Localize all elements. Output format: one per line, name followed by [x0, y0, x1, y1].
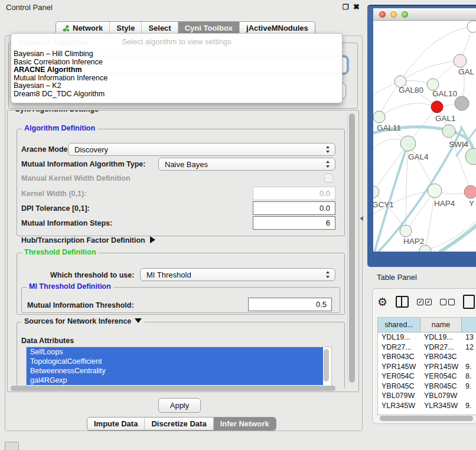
- network-node-hap4[interactable]: [428, 184, 442, 198]
- algorithm-dropdown-prompt: Select algorithm to view settings: [11, 34, 342, 50]
- node-label: GAL4: [408, 152, 429, 161]
- algorithm-option[interactable]: ARACNE Algorithm: [11, 66, 342, 74]
- table-cell: 12: [462, 343, 476, 351]
- sources-group-toggle[interactable]: Sources for Network Inference: [22, 317, 144, 325]
- table-cell: 9.: [462, 363, 476, 371]
- attributes-scrollbar-thumb[interactable]: [324, 349, 329, 381]
- which-threshold-combo[interactable]: MI Threshold: [140, 268, 335, 281]
- tab-cyni-toolbox[interactable]: Cyni Toolbox: [178, 22, 239, 34]
- close-traffic-light-icon[interactable]: [379, 11, 386, 18]
- network-node-gal11[interactable]: [373, 111, 385, 123]
- aracne-mode-label: Aracne Mode:: [21, 145, 70, 154]
- dpi-tolerance-label: DPI Tolerance [0,1]:: [21, 204, 90, 213]
- table-cell: 9.: [462, 382, 476, 390]
- tab-infer-network[interactable]: Infer Network: [213, 418, 276, 430]
- column-header-partial[interactable]: [462, 318, 476, 332]
- table-row[interactable]: YDL19...YDL19...13: [378, 332, 476, 343]
- node-label: SWI4: [449, 140, 468, 149]
- network-node-gcy1[interactable]: [373, 186, 379, 198]
- mi-type-combo[interactable]: Naive Bayes: [158, 158, 335, 171]
- network-node-gal4[interactable]: [400, 136, 416, 151]
- attribute-item[interactable]: SelfLoops: [27, 347, 323, 357]
- table-cell: 8.: [462, 372, 476, 380]
- manual-kernel-label: Manual Kernel Width Definition: [21, 174, 131, 182]
- attribute-item[interactable]: TopologicalCoefficient: [27, 357, 323, 366]
- hub-section-label: Hub/Transcription Factor Definition: [21, 236, 145, 244]
- attribute-item[interactable]: gal4RGexp: [27, 376, 323, 385]
- column-header-name[interactable]: name: [420, 318, 462, 332]
- table-cell: YDR27...: [420, 343, 462, 351]
- table-horizontal-scrollbar[interactable]: [380, 416, 473, 421]
- collapsed-arrow-icon: [150, 236, 155, 243]
- column-header-shared-name[interactable]: shared...: [378, 318, 420, 332]
- float-window-icon[interactable]: ❐: [343, 3, 349, 11]
- attribute-item[interactable]: BetweennessCentrality: [27, 366, 323, 376]
- node-label: HAP2: [403, 237, 424, 246]
- select-all-icon[interactable]: ✓✓: [417, 299, 432, 305]
- split-pane-collapse-arrow[interactable]: [360, 216, 363, 221]
- minimize-traffic-light-icon[interactable]: [390, 11, 397, 18]
- table-cell: YPR145W: [420, 363, 462, 371]
- manual-kernel-checkbox[interactable]: [324, 174, 333, 182]
- network-node[interactable]: [419, 245, 431, 252]
- dpi-tolerance-field[interactable]: 0.0: [253, 201, 335, 215]
- table-row[interactable]: YBR043CYBR043C: [378, 352, 476, 362]
- kernel-width-field[interactable]: 0.0: [253, 187, 335, 200]
- aracne-mode-combo[interactable]: Discovery: [68, 143, 335, 156]
- table-row[interactable]: YER054CYER054C8.: [378, 371, 476, 381]
- table-row[interactable]: YDR27...YDR27...12: [378, 343, 476, 353]
- tab-style[interactable]: Style: [109, 22, 141, 34]
- table-cell: YBL079W: [378, 392, 420, 400]
- network-node[interactable]: [467, 21, 476, 32]
- algorithm-option[interactable]: Bayesian – K2: [11, 82, 342, 90]
- table-cell: 13: [462, 333, 476, 341]
- control-panel-titlebar: Control Panel ❐ ✖: [0, 0, 366, 15]
- node-label: GAL80: [399, 86, 423, 94]
- function-builder-icon[interactable]: [463, 295, 475, 309]
- table-cell: YER054C: [378, 372, 420, 380]
- network-graph[interactable]: GALGAL80GAL10GAL1GAL11SWI4GAL4HAP4YGCY1H…: [373, 21, 476, 252]
- split-columns-icon[interactable]: [396, 296, 409, 308]
- hub-section-toggle[interactable]: Hub/Transcription Factor Definition: [21, 236, 155, 244]
- tab-network[interactable]: Network: [56, 22, 109, 34]
- settings-vertical-scrollbar[interactable]: [347, 112, 356, 384]
- algorithm-option[interactable]: Bayesian – Hill Climbing: [11, 50, 342, 58]
- close-icon[interactable]: ✖: [353, 2, 360, 11]
- table-row[interactable]: YPR145WYPR145W9.: [378, 362, 476, 372]
- network-node-hap2[interactable]: [400, 225, 412, 237]
- tab-discretize-data[interactable]: Discretize Data: [144, 418, 213, 430]
- tab-select[interactable]: Select: [141, 22, 177, 34]
- table-row[interactable]: YBR045CYBR045C9.: [378, 381, 476, 392]
- data-attributes-listbox: SelfLoopsTopologicalCoefficientBetweenne…: [26, 347, 332, 387]
- mi-threshold-label: Mutual Information Threshold:: [27, 301, 134, 309]
- network-node-gal10[interactable]: [427, 79, 439, 90]
- algorithm-option[interactable]: Basic Correlation Inference: [11, 58, 342, 67]
- tab-impute-data[interactable]: Impute Data: [87, 418, 144, 430]
- apply-button[interactable]: Apply: [158, 398, 201, 413]
- node-label: GAL11: [377, 123, 401, 132]
- network-node[interactable]: [455, 96, 469, 110]
- network-view-inner: GALGAL80GAL10GAL1GAL11SWI4GAL4HAP4YGCY1H…: [373, 8, 476, 252]
- mi-threshold-field[interactable]: 0.5: [248, 298, 332, 311]
- network-node-gal1[interactable]: [431, 101, 443, 113]
- dock-panel-icon[interactable]: [5, 442, 19, 450]
- mi-steps-field[interactable]: 6: [253, 216, 335, 230]
- gear-icon[interactable]: ⚙: [377, 296, 387, 308]
- settings-horizontal-scrollbar[interactable]: [11, 386, 335, 391]
- network-node-swi4[interactable]: [442, 125, 455, 138]
- network-node-y[interactable]: [464, 185, 476, 198]
- tab-jactivemnodules[interactable]: jActiveMNodules: [239, 22, 315, 34]
- table-cell: YLR345W: [378, 402, 420, 410]
- mi-type-value: Naive Bayes: [165, 160, 208, 169]
- network-node[interactable]: [465, 148, 476, 165]
- table-row[interactable]: YBL079WYBL079W: [378, 391, 476, 401]
- node-label: GAL10: [432, 89, 457, 98]
- algorithm-option[interactable]: Mutual Information Inference: [11, 74, 342, 83]
- table-cell: 9.: [462, 402, 476, 410]
- table-cell: YPR145W: [378, 363, 420, 371]
- algorithm-option[interactable]: Dream8 DC_TDC Algorithm: [11, 90, 342, 99]
- deselect-all-icon[interactable]: [440, 299, 455, 305]
- zoom-traffic-light-icon[interactable]: [402, 11, 408, 18]
- network-node-gal[interactable]: [454, 54, 467, 67]
- table-row[interactable]: YLR345WYLR345W9.: [378, 401, 476, 411]
